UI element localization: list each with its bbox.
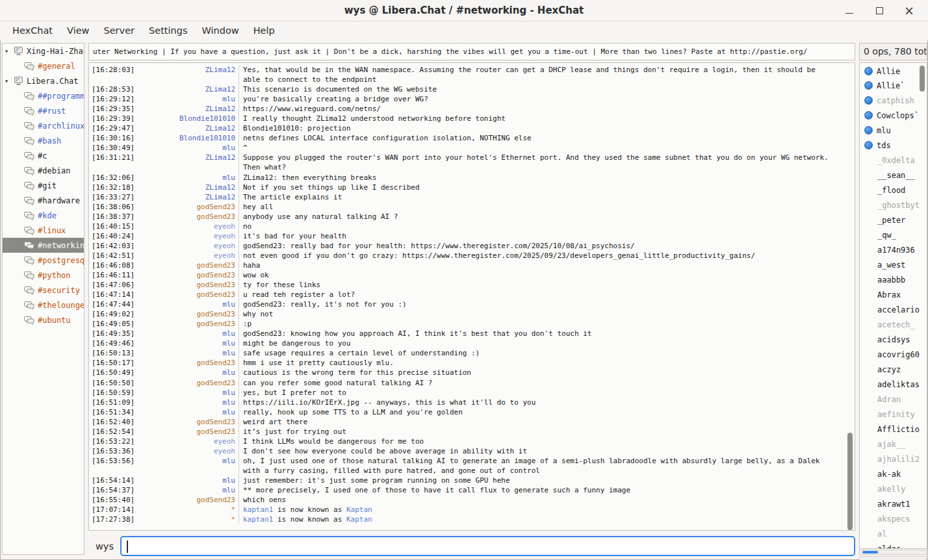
user-nick[interactable]: adeliktas (877, 380, 920, 389)
user-nick[interactable]: _qw_ (877, 231, 896, 240)
userlist-item[interactable]: al (860, 526, 927, 541)
chat-area[interactable]: [16:28:03]ZLima12Yes, that would be in t… (88, 62, 855, 531)
nick[interactable]: eyeoh (214, 241, 238, 251)
userlist-item[interactable]: Allie` (860, 78, 927, 93)
nick[interactable]: Blondie101010 (179, 114, 238, 123)
nick[interactable]: mlu (222, 94, 238, 104)
sidebar-item-kde[interactable]: #kde (3, 208, 84, 223)
userlist-item[interactable]: acetech_ (860, 317, 927, 332)
nick[interactable]: godSend23 (196, 202, 238, 212)
userlist-item[interactable]: akrawt1 (860, 496, 927, 511)
nick[interactable]: godSend23 (196, 280, 238, 290)
nick[interactable]: godSend23 (196, 270, 238, 280)
nick[interactable]: mlu (222, 173, 238, 183)
nick[interactable]: mlu (222, 388, 238, 398)
nick[interactable]: eyeoh (214, 231, 238, 241)
nick[interactable]: ZLima12 (205, 84, 238, 94)
user-nick[interactable]: a174n936 (877, 246, 915, 255)
nick[interactable]: godSend23 (196, 417, 238, 427)
user-nick[interactable]: akrawt1 (877, 500, 910, 509)
user-nick[interactable]: acovrig60 (877, 350, 920, 359)
nick-mention[interactable]: kaptan1 (243, 505, 273, 514)
userlist-item[interactable]: _ghostbyt (860, 197, 927, 212)
nick[interactable]: eyeoh (214, 437, 238, 446)
userlist-item[interactable]: tds (860, 138, 927, 153)
user-nick[interactable]: akspecs (877, 515, 910, 524)
user-nick[interactable]: aaabbb (877, 275, 905, 285)
nick[interactable]: mlu (222, 456, 238, 476)
userlist-hscrollbar[interactable] (859, 550, 927, 555)
nick[interactable]: ZLima12 (205, 192, 238, 202)
userlist-item[interactable]: accelario (860, 302, 927, 317)
sidebar-item-rust[interactable]: ##rust (3, 103, 84, 118)
nick[interactable]: mlu (222, 348, 238, 358)
topic-bar[interactable]: uter Networking | If you have a question… (88, 43, 855, 60)
user-nick[interactable]: _flood (877, 186, 905, 195)
userlist-item[interactable]: aldas (860, 541, 927, 549)
nick[interactable]: ZLima12 (205, 123, 238, 133)
user-nick[interactable]: _0xdelta (877, 156, 915, 165)
sidebar-item-general[interactable]: #general (3, 58, 84, 73)
userlist-item[interactable]: __sean__ (860, 168, 927, 183)
userlist-item[interactable]: akspecs (860, 511, 927, 526)
nick[interactable]: mlu (222, 485, 238, 495)
nick[interactable]: godSend23 (196, 309, 238, 319)
nick[interactable]: ZLima12 (205, 183, 238, 192)
userlist-item[interactable]: a_west (860, 257, 927, 272)
menu-settings[interactable]: Settings (142, 21, 194, 40)
chat-scrollbar-thumb[interactable] (847, 433, 853, 530)
user-list[interactable]: AllieAllie`catphishCowclops`mlutds_0xdel… (859, 62, 927, 549)
sidebar-item-debian[interactable]: #debian (3, 163, 84, 178)
user-nick[interactable]: acetech_ (877, 320, 915, 329)
userlist-item[interactable]: Allie (860, 63, 927, 78)
nick[interactable]: mlu (222, 368, 238, 377)
user-nick[interactable]: accelario (877, 305, 920, 314)
user-nick[interactable]: ajak__ (877, 440, 905, 449)
nick[interactable]: godSend23 (196, 378, 238, 388)
menu-help[interactable]: Help (246, 21, 282, 40)
nick[interactable]: godSend23 (196, 319, 238, 329)
sidebar-item-security[interactable]: #security (3, 283, 84, 298)
user-nick[interactable]: ajhalili2 (877, 455, 920, 464)
tree-network-libera.chat[interactable]: ▾Libera.Chat (3, 73, 84, 88)
nick[interactable]: mlu (222, 143, 238, 153)
nick-mention[interactable]: Kaptan (346, 505, 372, 514)
nick[interactable]: godSend23 (196, 290, 238, 299)
userlist-item[interactable]: Afflictio (860, 422, 927, 437)
userlist-item[interactable]: a174n936 (860, 242, 927, 257)
tree-expander-icon[interactable]: ▾ (5, 47, 14, 55)
sidebar-item-hardware[interactable]: #hardware (3, 193, 84, 208)
user-nick[interactable]: aefinity (877, 410, 915, 419)
user-nick[interactable]: tds (877, 141, 891, 150)
user-nick[interactable]: _ghostbyt (877, 201, 920, 210)
user-nick[interactable]: Adran (877, 395, 901, 404)
sidebar-item-thelounge[interactable]: #thelounge (3, 298, 84, 312)
user-nick[interactable]: Allie` (877, 81, 905, 90)
userlist-item[interactable]: akelly (860, 481, 927, 496)
sidebar-item-bash[interactable]: #bash (3, 133, 84, 148)
userlist-scrollbar-thumb[interactable] (920, 66, 925, 92)
user-nick[interactable]: Abrax (877, 290, 901, 299)
nick[interactable]: godSend23 (196, 495, 238, 505)
user-nick[interactable]: mlu (877, 126, 891, 135)
sidebar-item-python[interactable]: #python (3, 268, 84, 283)
tree-network-xing-hai-zhan[interactable]: ▾Xing-Hai-Zhan (3, 44, 84, 58)
nick[interactable]: godSend23 (196, 427, 238, 437)
userlist-item[interactable]: _flood (860, 183, 927, 197)
userlist-item[interactable]: Abrax (860, 287, 927, 302)
userlist-item[interactable]: adeliktas (860, 377, 927, 392)
userlist-item[interactable]: ajhalili2 (860, 452, 927, 466)
userlist-item[interactable]: _qw_ (860, 227, 927, 242)
nick[interactable]: eyeoh (214, 446, 238, 456)
nick[interactable]: mlu (222, 398, 238, 407)
menu-window[interactable]: Window (195, 21, 246, 40)
userlist-item[interactable]: _0xdelta (860, 153, 927, 168)
user-nick[interactable]: Afflictio (877, 425, 920, 434)
nick[interactable]: mlu (222, 338, 238, 348)
sidebar-item-postgresql[interactable]: #postgresql (3, 253, 84, 268)
tree-expander-icon[interactable]: ▾ (5, 77, 14, 84)
userlist-item[interactable]: ak-ak (860, 466, 927, 481)
userlist-item[interactable]: acidsys (860, 332, 927, 347)
user-nick[interactable]: ak-ak (877, 470, 901, 479)
nick[interactable]: godSend23 (196, 358, 238, 368)
